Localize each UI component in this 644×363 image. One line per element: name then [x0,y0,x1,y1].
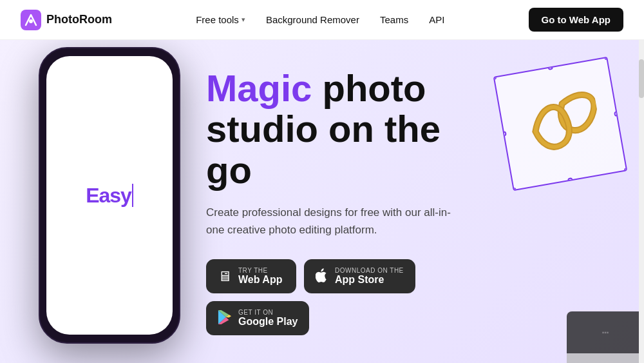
laptop-base-hint [567,353,644,363]
handle-mr [614,111,620,117]
handle-bm [567,177,573,183]
nav-item-api[interactable]: API [429,14,444,25]
btn-web-app-text: Try the Web App [238,267,282,286]
text-cursor [132,184,133,207]
rotate-handle: ↻ [566,186,580,191]
nav-item-free-tools[interactable]: Free tools ▾ [196,14,245,25]
nav-links: Free tools ▾ Background Remover Teams AP… [196,14,444,25]
hero-section: Easy Magic photo studio on the go Create… [0,40,644,363]
nav-item-teams[interactable]: Teams [380,14,408,25]
phone-mockup: Easy [19,47,200,363]
scrollbar-thumb[interactable] [639,59,644,98]
get-google-play-button[interactable]: GET IT ON Google Play [206,301,309,335]
handle-ml [501,131,507,137]
earrings-box: ↻ [493,57,628,191]
phone-frame: Easy [39,47,180,344]
earrings-decoration: ↻ [502,66,631,208]
nav-right: Go to Web App [529,8,623,32]
scrollbar[interactable] [639,40,644,363]
handle-br [623,168,627,173]
svg-point-1 [29,19,33,23]
phone-word: Easy [86,184,131,208]
google-play-icon [218,309,232,328]
logo-text: PhotoRoom [46,13,112,26]
handle-bl [511,187,516,191]
laptop-hint: ▪▪▪ [567,311,644,363]
photoroom-logo-icon [21,10,41,30]
earrings-svg [515,73,606,175]
logo-link[interactable]: PhotoRoom [21,10,112,30]
go-to-web-app-button[interactable]: Go to Web App [529,8,623,32]
hero-title-accent: Magic [206,67,312,109]
handle-tr [604,57,610,61]
chevron-down-icon: ▾ [242,15,245,24]
try-web-app-button[interactable]: 🖥 Try the Web App [206,259,296,293]
hero-title: Magic photo studio on the go [206,68,496,191]
hero-subtitle: Create professional designs for free wit… [206,204,451,239]
apple-icon [316,268,328,285]
monitor-icon: 🖥 [218,270,232,284]
laptop-screen-hint: ▪▪▪ [567,311,644,353]
hero-buttons: 🖥 Try the Web App Download on the App St… [206,259,496,335]
btn-google-play-text: GET IT ON Google Play [238,309,298,328]
phone-screen: Easy [46,56,173,335]
hero-content: Magic photo studio on the go Create prof… [206,68,496,336]
navigation: PhotoRoom Free tools ▾ Background Remove… [0,0,644,40]
handle-tm [547,64,553,70]
btn-app-store-text: Download on the App Store [335,267,404,286]
download-app-store-button[interactable]: Download on the App Store [304,259,415,293]
nav-item-background-remover[interactable]: Background Remover [266,14,359,25]
